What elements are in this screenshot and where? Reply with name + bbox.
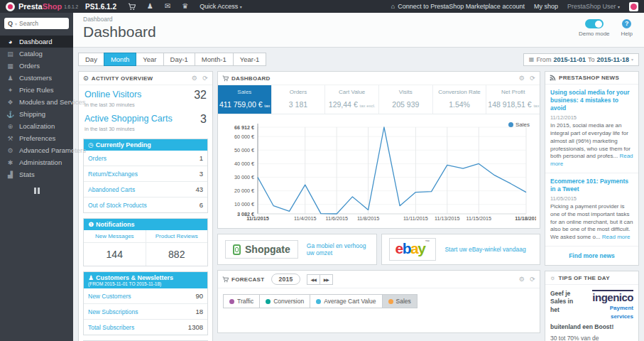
refresh-icon[interactable]: ⟳ xyxy=(530,75,535,82)
cart-icon[interactable] xyxy=(128,3,136,11)
refresh-icon[interactable]: ⟳ xyxy=(202,75,208,82)
my-shop-link[interactable]: My shop xyxy=(534,3,558,10)
read-more-link[interactable]: Read more xyxy=(602,234,631,240)
sidebar: Q ▾ ◕Dashboard ▤Catalog ▦Orders ♟Custome… xyxy=(0,13,73,341)
sidebar-search[interactable]: Q ▾ xyxy=(4,18,69,29)
date-range-picker[interactable]: ▦ From2015-11-01 To2015-11-18 ▾ xyxy=(523,53,639,66)
svg-text:11/11/2015: 11/11/2015 xyxy=(403,215,428,222)
kpi-cart-value[interactable]: Cart Value129,44 € tax excl. xyxy=(324,85,378,114)
range-year-button[interactable]: Year xyxy=(136,53,163,66)
active-carts-row: Active Shopping Carts 3 xyxy=(79,109,212,126)
forecast-year-selector[interactable]: 2015 xyxy=(271,274,300,285)
shopgate-promo-card: Shopgate Ga mobiel en verhoog uw omzet xyxy=(217,234,377,265)
customers-icon: ♟ xyxy=(6,75,14,82)
notifications-box: ❶Notifications New Messages 144 Product … xyxy=(83,218,208,266)
page-title: Dashboard xyxy=(83,23,634,40)
svg-text:20 000 €: 20 000 € xyxy=(234,188,254,194)
new-messages-cell: New Messages 144 xyxy=(84,230,146,266)
sidebar-item-preferences[interactable]: ⚒Preferences xyxy=(0,132,73,144)
marketplace-link[interactable]: ⌂Connect to PrestaShop Marketplace accou… xyxy=(391,3,525,10)
notification-icon: ❶ xyxy=(88,221,94,228)
main-content: Dashboard Dashboard Demo mode ? Help Day… xyxy=(73,13,644,341)
shopgate-icon xyxy=(233,244,241,255)
chevron-down-icon: ▾ xyxy=(631,57,633,62)
online-visitors-link[interactable]: Online Visitors xyxy=(84,90,141,99)
localization-icon: ⊕ xyxy=(6,123,14,130)
sidebar-item-orders[interactable]: ▦Orders xyxy=(0,60,73,72)
cart-icon xyxy=(222,75,229,82)
ebay-link[interactable]: Start uw eBay-winkel vandaag xyxy=(444,246,525,253)
search-type-selector[interactable]: Q xyxy=(8,20,13,27)
forecast-prev-button[interactable]: ◀◀ xyxy=(307,274,320,285)
shop-icon: ⌂ xyxy=(391,3,395,10)
sidebar-item-customers[interactable]: ♟Customers xyxy=(0,72,73,84)
sidebar-item-shipping[interactable]: ⚓Shipping xyxy=(0,108,73,120)
active-carts-value: 3 xyxy=(200,114,207,125)
svg-text:11/13/2015: 11/13/2015 xyxy=(435,215,459,222)
sidebar-item-administration[interactable]: ✱Administration xyxy=(0,156,73,168)
kpi-orders[interactable]: Orders3 181 xyxy=(271,85,325,114)
range-year-1-button[interactable]: Year-1 xyxy=(233,53,267,66)
range-day-button[interactable]: Day xyxy=(78,53,104,66)
find-more-news-link[interactable]: Find more news xyxy=(545,247,638,265)
currently-pending-box: ◷Currently Pending Orders1 Return/Exchan… xyxy=(83,139,208,213)
collapse-menu-icon[interactable] xyxy=(0,188,73,194)
toggle-traffic[interactable]: Traffic xyxy=(223,294,260,308)
toggle-sales[interactable]: Sales xyxy=(382,294,417,308)
preferences-icon: ⚒ xyxy=(6,135,14,142)
sales-chart-area: 3 082 €10 000 €20 000 €30 000 €40 000 €5… xyxy=(218,114,540,228)
search-input[interactable] xyxy=(19,20,58,27)
toggle-conversion[interactable]: Conversion xyxy=(259,294,310,308)
kpi-net-profit[interactable]: Net Profit148 918,51 € tax excl. xyxy=(486,85,540,114)
help-icon[interactable]: ? xyxy=(622,19,631,28)
range-button-group: Day Month Year Day-1 Month-1 Year-1 xyxy=(78,53,266,66)
employees-icon[interactable]: ♟ xyxy=(147,3,153,10)
average-cart-value-dot-icon xyxy=(316,299,321,304)
range-month-button[interactable]: Month xyxy=(104,53,136,66)
gear-icon[interactable]: ⚙ xyxy=(192,75,197,82)
dashboard-panel: DASHBOARD ⚙ ⟳ Sales411 759,00 € tax excl… xyxy=(217,71,540,229)
news-article-title[interactable]: Using social media for your business: 4 … xyxy=(550,89,633,112)
shopgate-logo: Shopgate xyxy=(225,240,298,259)
shopgate-link[interactable]: Ga mobiel en verhoog uw omzet xyxy=(307,242,369,256)
messages-icon[interactable]: ✉ xyxy=(165,3,170,10)
svg-text:11/1/2015: 11/1/2015 xyxy=(246,215,269,222)
news-article-title[interactable]: Ecommerce 101: Payments in a Tweet xyxy=(550,178,633,193)
sidebar-item-modules[interactable]: ❖Modules and Services xyxy=(0,96,73,108)
ingenico-logo: ingenico Paymentservices xyxy=(581,290,633,321)
sidebar-item-price-rules[interactable]: ✦Price Rules xyxy=(0,84,73,96)
sidebar-nav: ◕Dashboard ▤Catalog ▦Orders ♟Customers ✦… xyxy=(0,36,73,180)
sidebar-item-catalog[interactable]: ▤Catalog xyxy=(0,48,73,60)
range-month-1-button[interactable]: Month-1 xyxy=(195,53,234,66)
quick-access-menu[interactable]: Quick Access ▾ xyxy=(200,3,242,10)
kpi-sales[interactable]: Sales411 759,00 € tax excl. xyxy=(218,85,271,114)
out-of-stock-row: Out of Stock Products6 xyxy=(84,197,207,212)
pending-returns-row: Return/Exchanges3 xyxy=(84,166,207,181)
gear-icon[interactable]: ⚙ xyxy=(519,75,525,82)
chart-legend[interactable]: Sales xyxy=(508,121,530,128)
demo-mode-toggle[interactable] xyxy=(585,19,604,28)
forecast-next-button[interactable]: ▶▶ xyxy=(320,274,333,285)
kpi-row: Sales411 759,00 € tax excl. Orders3 181 … xyxy=(218,85,540,114)
administration-icon: ✱ xyxy=(6,159,14,166)
sidebar-item-advanced-parameters[interactable]: ⚙Advanced Parameters xyxy=(0,144,73,156)
range-day-1-button[interactable]: Day-1 xyxy=(163,53,195,66)
forecast-panel: FORECAST 2015 ◀◀ ▶▶ ⚙ ⟳ Traffic Conversi… xyxy=(217,270,540,333)
active-carts-link[interactable]: Active Shopping Carts xyxy=(84,114,173,124)
kpi-visits[interactable]: Visits205 939 xyxy=(378,85,432,114)
gear-icon[interactable]: ⚙ xyxy=(519,276,525,283)
sidebar-item-localization[interactable]: ⊕Localization xyxy=(0,120,73,132)
user-avatar[interactable] xyxy=(629,2,638,11)
svg-text:50 000 €: 50 000 € xyxy=(234,147,254,153)
sidebar-item-stats[interactable]: ▟Stats xyxy=(0,168,73,180)
svg-text:11/15/2015: 11/15/2015 xyxy=(466,215,491,222)
toggle-average-cart-value[interactable]: Average Cart Value xyxy=(310,294,382,308)
chevron-down-icon: ▾ xyxy=(240,5,242,9)
refresh-icon[interactable]: ⟳ xyxy=(530,276,535,283)
badges-icon[interactable]: ♛ xyxy=(182,3,188,10)
svg-text:11/18/201: 11/18/201 xyxy=(515,215,536,222)
user-menu[interactable]: PrestaShop User ▾ xyxy=(567,3,620,10)
news-article: Ecommerce 101: Payments in a Tweet 11/05… xyxy=(545,173,638,247)
sidebar-item-dashboard[interactable]: ◕Dashboard xyxy=(0,36,73,48)
kpi-conversion-rate[interactable]: Conversion Rate1.54% xyxy=(432,85,486,114)
